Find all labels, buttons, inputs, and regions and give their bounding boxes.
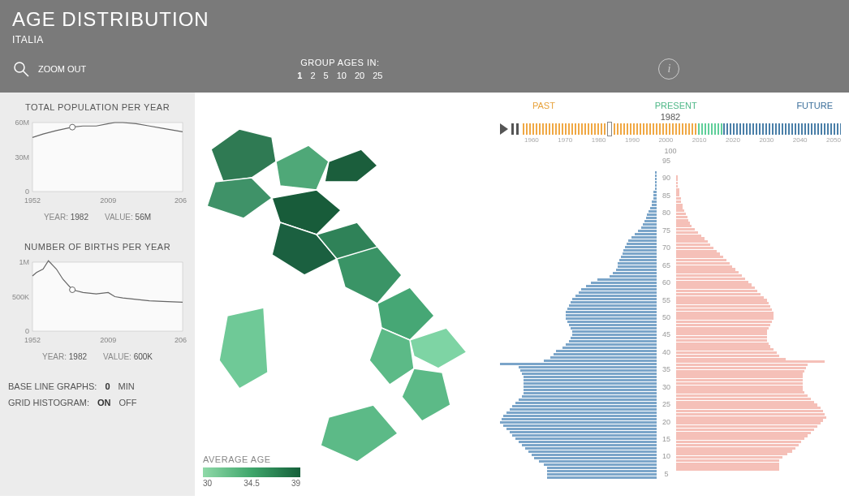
pyramid-male-bar [566, 311, 657, 313]
grid-option: GRID HISTOGRAM: ONOFF [8, 398, 187, 407]
births-chart[interactable]: 0500K1M195220092065 [8, 258, 187, 347]
pyramid-female-bar [676, 351, 777, 354]
pyramid-female-bar [676, 403, 817, 406]
pyramid-male-bar [569, 304, 657, 307]
population-chart[interactable]: 030M60M195220092065 [8, 118, 187, 208]
pyramid-female-bar [676, 410, 823, 412]
pyramid-male-bar [619, 259, 657, 261]
pyramid-male-bar [631, 236, 657, 239]
pyramid-female-bar [676, 213, 686, 215]
present-label: PRESENT [655, 101, 697, 110]
baseline-opt-min[interactable]: MIN [119, 381, 135, 391]
italy-map[interactable] [195, 101, 479, 482]
pyramid-male-bar [628, 239, 657, 242]
pyramid-male-bar [510, 408, 657, 411]
svg-text:60M: 60M [15, 118, 29, 127]
pyramid-female-bar [676, 422, 821, 424]
pyramid-male-bar [547, 467, 657, 469]
pyramid-male-bar [522, 373, 657, 375]
pyramid-female-bar [676, 296, 764, 299]
grid-opt-on[interactable]: ON [97, 398, 111, 407]
pyramid-male-bar [503, 415, 657, 417]
pyramid-male-bar [643, 223, 657, 226]
pyramid-male-bar [650, 207, 657, 209]
pyramid-male-bar [512, 405, 657, 407]
pyramid-male-bar [519, 398, 657, 401]
group-age-10[interactable]: 10 [337, 71, 347, 80]
timeline-marker[interactable] [607, 122, 612, 136]
pyramid-female-bar [676, 274, 742, 277]
pyramid-male-bar [524, 389, 657, 391]
pyramid-female-bar [676, 379, 803, 381]
pyramid-male-bar [618, 265, 657, 268]
svg-text:1952: 1952 [24, 336, 41, 344]
pyramid-male-bar [500, 421, 657, 424]
pyramid-male-bar [519, 441, 657, 443]
pyramid-female-bar [676, 194, 679, 196]
pyramid-male-bar [641, 226, 657, 229]
grid-opt-off[interactable]: OFF [119, 398, 137, 407]
group-age-1[interactable]: 1 [297, 71, 302, 80]
pyramid-female-bar [676, 262, 730, 265]
pyramid-female-bar [676, 240, 708, 243]
pyramid-female-bar [676, 321, 772, 323]
pyramid-female-bar [676, 401, 814, 403]
pyramid-female-bar [676, 465, 779, 467]
group-age-25[interactable]: 25 [373, 71, 382, 80]
magnifier-icon [12, 60, 30, 78]
pause-icon[interactable] [511, 123, 519, 135]
pyramid-female-bar [676, 281, 748, 283]
pyramid-female-bar [676, 391, 804, 394]
pyramid-male-bar [510, 431, 657, 433]
pyramid-male-bar [524, 382, 657, 385]
population-pyramid[interactable]: 100 959085807570656055504540353025201510… [500, 147, 841, 488]
pyramid-female-bar [676, 188, 679, 191]
pyramid-female-bar [676, 278, 745, 280]
group-age-20[interactable]: 20 [355, 71, 364, 80]
pyramid-female-bar [676, 237, 705, 239]
pyramid-male-bar [638, 230, 657, 232]
pyramid-female-bar [676, 235, 701, 237]
births-chart-title: NUMBER OF BIRTHS PER YEAR [8, 242, 187, 252]
pyramid-female-bar [676, 432, 811, 434]
pop-chart-meta: YEAR: 1982 VALUE: 56M [8, 213, 187, 222]
group-ages-label: GROUP AGES IN: [297, 58, 382, 67]
svg-rect-20 [516, 123, 519, 135]
pyramid-male-bar [547, 473, 657, 476]
svg-text:2065: 2065 [175, 196, 187, 205]
pyramid-male-bar [627, 243, 657, 245]
timeline-year-ticks: 1960197019801990200020102020203020402050 [500, 136, 841, 144]
group-age-2[interactable]: 2 [310, 71, 315, 80]
pyramid-male-bar [581, 288, 657, 291]
pyramid-female-bar [676, 382, 803, 385]
pyramid-male-bar [569, 340, 657, 342]
pyramid-female-bar [676, 429, 814, 431]
pyramid-female-bar [676, 290, 757, 292]
header: AGE DISTRIBUTION ITALIA ZOOM OUT GROUP A… [0, 0, 849, 93]
svg-text:0: 0 [25, 187, 29, 196]
pyramid-male-bar [572, 330, 657, 333]
play-icon[interactable] [500, 123, 510, 135]
baseline-opt-0[interactable]: 0 [105, 381, 110, 391]
pyramid-female-bar [676, 200, 681, 203]
pyramid-female-bar [676, 228, 695, 230]
pyramid-male-bar [562, 347, 657, 349]
timeline-slider[interactable] [523, 123, 841, 135]
pyramid-male-bar [515, 402, 657, 404]
pyramid-female-bar [676, 459, 779, 462]
pyramid-female-bar [676, 216, 687, 218]
pyramid-male-bar [544, 463, 657, 466]
pyramid-male-bar [572, 334, 657, 336]
legend-title: AVERAGE AGE [203, 454, 300, 464]
zoom-out-button[interactable]: ZOOM OUT [12, 60, 86, 78]
pyramid-male-bar [613, 272, 657, 274]
pyramid-female-bar [676, 364, 808, 366]
pyramid-male-bar [520, 369, 657, 372]
pyramid-female-bar [676, 348, 774, 351]
svg-text:500K: 500K [12, 293, 29, 301]
pyramid-male-bar [506, 428, 657, 430]
info-button[interactable]: i [658, 58, 679, 80]
group-age-5[interactable]: 5 [324, 71, 329, 80]
pyramid-male-bar [644, 220, 657, 222]
pyramid-female-bar [676, 271, 739, 274]
